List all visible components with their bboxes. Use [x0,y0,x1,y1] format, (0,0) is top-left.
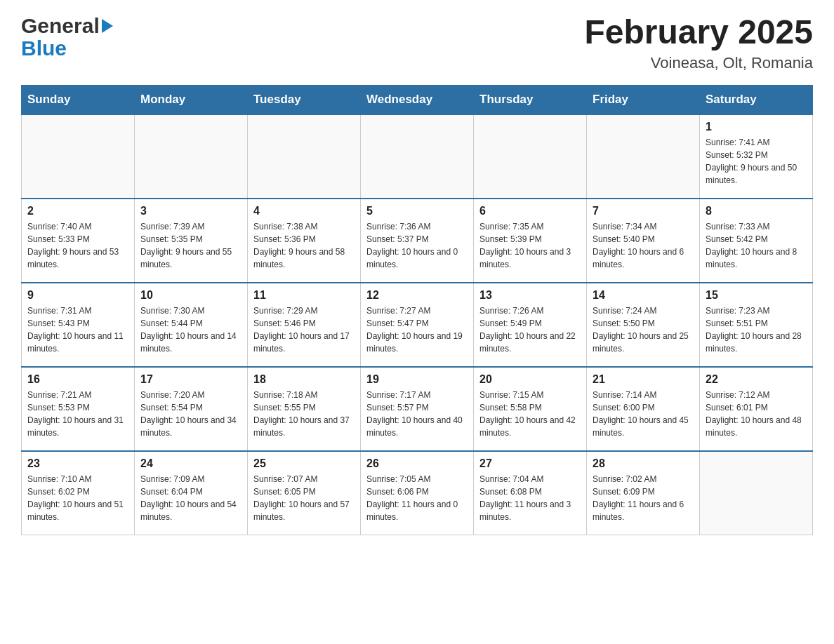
week-row-1: 1Sunrise: 7:41 AM Sunset: 5:32 PM Daylig… [22,114,813,199]
calendar-cell [135,114,248,199]
day-number: 12 [366,289,468,302]
day-number: 4 [253,205,355,217]
calendar-cell: 3Sunrise: 7:39 AM Sunset: 5:35 PM Daylig… [135,199,248,283]
calendar-cell: 8Sunrise: 7:33 AM Sunset: 5:42 PM Daylig… [700,199,813,283]
calendar-subtitle: Voineasa, Olt, Romania [584,54,813,72]
day-info: Sunrise: 7:10 AM Sunset: 6:02 PM Dayligh… [27,473,128,523]
calendar-cell: 23Sunrise: 7:10 AM Sunset: 6:02 PM Dayli… [22,451,135,535]
day-info: Sunrise: 7:09 AM Sunset: 6:04 PM Dayligh… [140,473,241,523]
calendar-cell: 11Sunrise: 7:29 AM Sunset: 5:46 PM Dayli… [248,283,361,367]
calendar-cell [361,114,474,199]
calendar-cell: 18Sunrise: 7:18 AM Sunset: 5:55 PM Dayli… [248,367,361,451]
day-number: 2 [27,205,128,217]
day-number: 14 [593,289,694,302]
logo-line1: General [21,14,113,38]
day-info: Sunrise: 7:23 AM Sunset: 5:51 PM Dayligh… [706,304,807,355]
day-number: 24 [140,457,241,470]
calendar-cell: 6Sunrise: 7:35 AM Sunset: 5:39 PM Daylig… [474,199,587,283]
calendar-cell: 22Sunrise: 7:12 AM Sunset: 6:01 PM Dayli… [700,367,813,451]
day-number: 27 [479,457,581,470]
col-header-wednesday: Wednesday [361,85,474,114]
day-info: Sunrise: 7:41 AM Sunset: 5:32 PM Dayligh… [706,136,807,187]
col-header-saturday: Saturday [700,85,813,114]
day-number: 17 [140,373,241,386]
calendar-cell: 7Sunrise: 7:34 AM Sunset: 5:40 PM Daylig… [587,199,700,283]
calendar-cell [474,114,587,199]
day-info: Sunrise: 7:24 AM Sunset: 5:50 PM Dayligh… [593,304,694,355]
day-info: Sunrise: 7:29 AM Sunset: 5:46 PM Dayligh… [253,304,355,355]
day-number: 28 [593,457,694,470]
day-number: 21 [593,373,694,386]
day-number: 5 [366,205,468,217]
day-info: Sunrise: 7:27 AM Sunset: 5:47 PM Dayligh… [366,304,468,355]
calendar-cell: 16Sunrise: 7:21 AM Sunset: 5:53 PM Dayli… [22,367,135,451]
day-number: 15 [706,289,807,302]
calendar-cell [700,451,813,535]
calendar-cell: 19Sunrise: 7:17 AM Sunset: 5:57 PM Dayli… [361,367,474,451]
day-number: 8 [706,205,807,217]
calendar-title: February 2025 [584,14,813,51]
calendar-cell: 25Sunrise: 7:07 AM Sunset: 6:05 PM Dayli… [248,451,361,535]
calendar-cell: 12Sunrise: 7:27 AM Sunset: 5:47 PM Dayli… [361,283,474,367]
calendar-cell: 21Sunrise: 7:14 AM Sunset: 6:00 PM Dayli… [587,367,700,451]
calendar-cell: 14Sunrise: 7:24 AM Sunset: 5:50 PM Dayli… [587,283,700,367]
day-number: 10 [140,289,241,302]
day-number: 11 [253,289,355,302]
day-info: Sunrise: 7:07 AM Sunset: 6:05 PM Dayligh… [253,473,355,523]
calendar-header-row: SundayMondayTuesdayWednesdayThursdayFrid… [22,85,813,114]
col-header-friday: Friday [587,85,700,114]
day-number: 26 [366,457,468,470]
day-info: Sunrise: 7:14 AM Sunset: 6:00 PM Dayligh… [593,389,694,439]
logo-blue-text: Blue [21,38,113,59]
week-row-3: 9Sunrise: 7:31 AM Sunset: 5:43 PM Daylig… [22,283,813,367]
calendar-cell: 20Sunrise: 7:15 AM Sunset: 5:58 PM Dayli… [474,367,587,451]
day-info: Sunrise: 7:40 AM Sunset: 5:33 PM Dayligh… [27,220,128,271]
day-info: Sunrise: 7:21 AM Sunset: 5:53 PM Dayligh… [27,389,128,439]
calendar-cell: 5Sunrise: 7:36 AM Sunset: 5:37 PM Daylig… [361,199,474,283]
day-number: 23 [27,457,128,470]
calendar-cell: 17Sunrise: 7:20 AM Sunset: 5:54 PM Dayli… [135,367,248,451]
calendar-cell: 24Sunrise: 7:09 AM Sunset: 6:04 PM Dayli… [135,451,248,535]
col-header-tuesday: Tuesday [248,85,361,114]
day-info: Sunrise: 7:18 AM Sunset: 5:55 PM Dayligh… [253,389,355,439]
day-number: 16 [27,373,128,386]
page-header: General Blue February 2025 Voineasa, Olt… [21,14,813,72]
week-row-5: 23Sunrise: 7:10 AM Sunset: 6:02 PM Dayli… [22,451,813,535]
calendar-cell [248,114,361,199]
day-number: 19 [366,373,468,386]
day-info: Sunrise: 7:35 AM Sunset: 5:39 PM Dayligh… [479,220,581,271]
calendar-cell: 13Sunrise: 7:26 AM Sunset: 5:49 PM Dayli… [474,283,587,367]
title-block: February 2025 Voineasa, Olt, Romania [584,14,813,72]
logo-general-text: General [21,14,100,38]
day-number: 7 [593,205,694,217]
col-header-thursday: Thursday [474,85,587,114]
day-info: Sunrise: 7:20 AM Sunset: 5:54 PM Dayligh… [140,389,241,439]
day-info: Sunrise: 7:17 AM Sunset: 5:57 PM Dayligh… [366,389,468,439]
day-info: Sunrise: 7:30 AM Sunset: 5:44 PM Dayligh… [140,304,241,355]
calendar-cell: 9Sunrise: 7:31 AM Sunset: 5:43 PM Daylig… [22,283,135,367]
day-number: 13 [479,289,581,302]
calendar-cell [22,114,135,199]
day-info: Sunrise: 7:05 AM Sunset: 6:06 PM Dayligh… [366,473,468,523]
day-number: 3 [140,205,241,217]
week-row-2: 2Sunrise: 7:40 AM Sunset: 5:33 PM Daylig… [22,199,813,283]
day-info: Sunrise: 7:31 AM Sunset: 5:43 PM Dayligh… [27,304,128,355]
day-info: Sunrise: 7:15 AM Sunset: 5:58 PM Dayligh… [479,389,581,439]
calendar-cell: 27Sunrise: 7:04 AM Sunset: 6:08 PM Dayli… [474,451,587,535]
day-number: 6 [479,205,581,217]
day-info: Sunrise: 7:04 AM Sunset: 6:08 PM Dayligh… [479,473,581,523]
day-info: Sunrise: 7:33 AM Sunset: 5:42 PM Dayligh… [706,220,807,271]
day-info: Sunrise: 7:12 AM Sunset: 6:01 PM Dayligh… [706,389,807,439]
day-number: 22 [706,373,807,386]
day-number: 25 [253,457,355,470]
day-number: 18 [253,373,355,386]
day-info: Sunrise: 7:39 AM Sunset: 5:35 PM Dayligh… [140,220,241,271]
calendar-table: SundayMondayTuesdayWednesdayThursdayFrid… [21,85,813,536]
calendar-cell: 10Sunrise: 7:30 AM Sunset: 5:44 PM Dayli… [135,283,248,367]
day-info: Sunrise: 7:02 AM Sunset: 6:09 PM Dayligh… [593,473,694,523]
calendar-cell: 28Sunrise: 7:02 AM Sunset: 6:09 PM Dayli… [587,451,700,535]
col-header-monday: Monday [135,85,248,114]
col-header-sunday: Sunday [22,85,135,114]
day-number: 9 [27,289,128,302]
day-info: Sunrise: 7:34 AM Sunset: 5:40 PM Dayligh… [593,220,694,271]
